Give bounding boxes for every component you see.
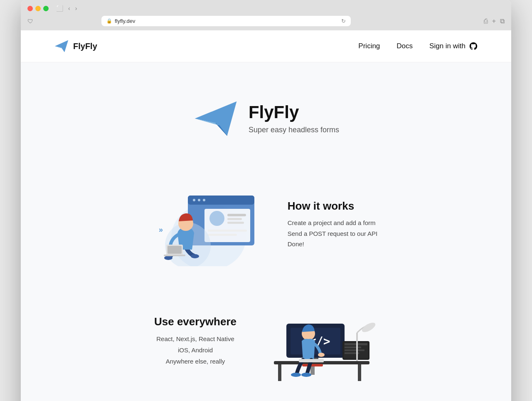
signin-label: Sign in with bbox=[429, 42, 466, 50]
address-bar[interactable]: 🔒 flyfly.dev ↻ bbox=[101, 16, 351, 26]
svg-rect-26 bbox=[164, 255, 185, 256]
svg-rect-38 bbox=[345, 343, 367, 345]
use-everywhere-section: Use everywhere React, Next.js, React Nat… bbox=[54, 283, 478, 399]
hero-inner: FlyFly Super easy headless forms bbox=[193, 96, 339, 141]
url-text: flyfly.dev bbox=[115, 18, 135, 24]
svg-rect-18 bbox=[208, 230, 247, 232]
svg-rect-50 bbox=[299, 359, 324, 362]
sidebar-toggle-icon[interactable]: ⬜ bbox=[56, 5, 63, 12]
back-button[interactable]: ‹ bbox=[68, 5, 70, 12]
browser-controls: ⬜ ‹ › bbox=[56, 5, 77, 12]
svg-rect-30 bbox=[358, 364, 361, 381]
hero-subtitle: Super easy headless forms bbox=[249, 126, 339, 134]
docs-link[interactable]: Docs bbox=[397, 42, 413, 50]
tabs-icon[interactable]: ⧉ bbox=[500, 17, 505, 25]
forward-button[interactable]: › bbox=[75, 5, 77, 12]
sections: » How it works Create a project and add … bbox=[21, 166, 511, 401]
svg-text:»: » bbox=[159, 225, 163, 234]
svg-rect-16 bbox=[227, 218, 242, 220]
browser-toolbar: 🛡 🔒 flyfly.dev ↻ ⎙ + ⧉ bbox=[27, 16, 505, 30]
logo-text: FlyFly bbox=[73, 42, 97, 51]
toolbar-actions: ⎙ + ⧉ bbox=[484, 17, 505, 25]
new-tab-icon[interactable]: + bbox=[492, 17, 496, 25]
minimize-button[interactable] bbox=[35, 6, 41, 11]
pricing-link[interactable]: Pricing bbox=[358, 42, 380, 50]
svg-point-21 bbox=[164, 256, 172, 260]
svg-rect-19 bbox=[208, 234, 237, 236]
svg-point-22 bbox=[191, 254, 199, 258]
svg-rect-17 bbox=[227, 222, 244, 224]
how-it-works-title: How it works bbox=[288, 200, 378, 213]
maximize-button[interactable] bbox=[43, 6, 49, 11]
browser-window: ⬜ ‹ › 🛡 🔒 flyfly.dev ↻ ⎙ + ⧉ bbox=[21, 0, 511, 401]
shield-icon: 🛡 bbox=[27, 18, 33, 25]
svg-point-12 bbox=[203, 199, 205, 201]
hero-title: FlyFly bbox=[249, 103, 339, 122]
traffic-lights bbox=[27, 6, 49, 11]
how-it-works-body: Create a project and add a form Send a P… bbox=[288, 218, 378, 250]
how-it-works-section: » How it works Create a project and add … bbox=[54, 166, 478, 283]
svg-point-47 bbox=[318, 353, 325, 357]
svg-rect-39 bbox=[345, 347, 361, 348]
nav-links: Pricing Docs Sign in with bbox=[358, 42, 478, 51]
close-button[interactable] bbox=[27, 6, 33, 11]
svg-marker-0 bbox=[55, 40, 68, 52]
svg-rect-45 bbox=[310, 366, 315, 375]
logo[interactable]: FlyFly bbox=[54, 39, 97, 54]
svg-rect-44 bbox=[302, 364, 323, 366]
use-everywhere-title: Use everywhere bbox=[154, 315, 236, 328]
hero-logo-icon bbox=[193, 96, 239, 141]
page-content: FlyFly Pricing Docs Sign in with bbox=[21, 30, 511, 401]
hero-text: FlyFly Super easy headless forms bbox=[249, 103, 339, 134]
hero-section: FlyFly Super easy headless forms bbox=[21, 62, 511, 166]
browser-titlebar: ⬜ ‹ › bbox=[27, 5, 505, 12]
logo-icon bbox=[54, 39, 69, 54]
svg-marker-3 bbox=[195, 101, 237, 136]
svg-point-14 bbox=[209, 211, 224, 226]
use-everywhere-text: Use everywhere React, Next.js, React Nat… bbox=[154, 315, 236, 367]
svg-point-48 bbox=[291, 373, 301, 377]
svg-rect-25 bbox=[167, 246, 182, 254]
how-it-works-illustration: » bbox=[155, 183, 263, 266]
use-everywhere-body: React, Next.js, React Native iOS, Androi… bbox=[154, 333, 236, 367]
svg-rect-40 bbox=[345, 349, 365, 351]
svg-point-11 bbox=[198, 199, 200, 201]
svg-point-10 bbox=[193, 199, 195, 201]
reload-icon[interactable]: ↻ bbox=[341, 18, 346, 24]
use-everywhere-illustration: </> bbox=[261, 300, 378, 383]
navigation: FlyFly Pricing Docs Sign in with bbox=[21, 30, 511, 62]
browser-chrome: ⬜ ‹ › 🛡 🔒 flyfly.dev ↻ ⎙ + ⧉ bbox=[21, 0, 511, 30]
svg-rect-29 bbox=[278, 364, 281, 381]
how-it-works-text: How it works Create a project and add a … bbox=[288, 200, 378, 250]
share-icon[interactable]: ⎙ bbox=[484, 17, 488, 25]
lock-icon: 🔒 bbox=[106, 18, 112, 24]
svg-rect-15 bbox=[227, 214, 246, 216]
github-icon bbox=[469, 42, 478, 51]
signin-button[interactable]: Sign in with bbox=[429, 42, 478, 51]
svg-point-49 bbox=[301, 373, 311, 377]
